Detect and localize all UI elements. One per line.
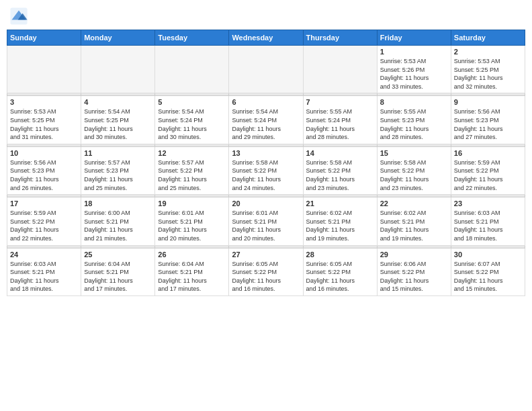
day-info: Sunrise: 5:56 AM Sunset: 5:23 PM Dayligh… (10, 158, 78, 192)
calendar-cell: 23Sunrise: 6:03 AM Sunset: 5:21 PM Dayli… (451, 197, 525, 245)
day-number: 23 (454, 199, 522, 208)
day-number: 16 (454, 149, 522, 157)
day-number: 26 (158, 250, 226, 259)
calendar-cell (7, 46, 81, 93)
calendar-cell: 4Sunrise: 5:54 AM Sunset: 5:25 PM Daylig… (81, 96, 155, 144)
logo (9, 7, 31, 26)
calendar-cell: 6Sunrise: 5:54 AM Sunset: 5:24 PM Daylig… (229, 96, 303, 144)
day-info: Sunrise: 6:05 AM Sunset: 5:22 PM Dayligh… (232, 260, 300, 293)
calendar-cell: 18Sunrise: 6:00 AM Sunset: 5:21 PM Dayli… (81, 197, 155, 245)
day-info: Sunrise: 5:59 AM Sunset: 5:22 PM Dayligh… (10, 209, 78, 242)
day-info: Sunrise: 5:54 AM Sunset: 5:24 PM Dayligh… (158, 107, 226, 141)
calendar-cell: 3Sunrise: 5:53 AM Sunset: 5:25 PM Daylig… (7, 96, 81, 144)
day-number: 2 (454, 48, 522, 56)
weekday-header: Friday (377, 30, 451, 46)
weekday-header: Tuesday (155, 30, 229, 46)
day-info: Sunrise: 5:53 AM Sunset: 5:25 PM Dayligh… (454, 57, 522, 91)
logo-icon (9, 7, 28, 26)
page-header (7, 7, 525, 26)
day-info: Sunrise: 5:53 AM Sunset: 5:25 PM Dayligh… (10, 107, 78, 141)
day-number: 21 (306, 199, 374, 208)
calendar-cell: 2Sunrise: 5:53 AM Sunset: 5:25 PM Daylig… (451, 46, 525, 93)
calendar-cell: 9Sunrise: 5:56 AM Sunset: 5:23 PM Daylig… (451, 96, 525, 144)
day-number: 24 (10, 250, 78, 259)
calendar-cell: 13Sunrise: 5:58 AM Sunset: 5:22 PM Dayli… (229, 146, 303, 194)
day-number: 12 (158, 149, 226, 157)
day-number: 17 (10, 199, 78, 208)
day-number: 22 (380, 199, 448, 208)
calendar-cell: 8Sunrise: 5:55 AM Sunset: 5:23 PM Daylig… (377, 96, 451, 144)
calendar-week-row: 17Sunrise: 5:59 AM Sunset: 5:22 PM Dayli… (7, 197, 525, 245)
header-row: SundayMondayTuesdayWednesdayThursdayFrid… (7, 30, 525, 46)
weekday-header: Wednesday (229, 30, 303, 46)
day-number: 18 (84, 199, 152, 208)
calendar-cell (303, 46, 377, 93)
day-info: Sunrise: 6:03 AM Sunset: 5:21 PM Dayligh… (454, 209, 522, 242)
calendar-cell: 22Sunrise: 6:02 AM Sunset: 5:21 PM Dayli… (377, 197, 451, 245)
day-number: 20 (232, 199, 300, 208)
calendar-week-row: 1Sunrise: 5:53 AM Sunset: 5:26 PM Daylig… (7, 46, 525, 93)
calendar-cell: 30Sunrise: 6:07 AM Sunset: 5:22 PM Dayli… (451, 248, 525, 295)
calendar: SundayMondayTuesdayWednesdayThursdayFrid… (7, 30, 525, 296)
day-info: Sunrise: 6:01 AM Sunset: 5:21 PM Dayligh… (232, 209, 300, 242)
day-info: Sunrise: 6:02 AM Sunset: 5:21 PM Dayligh… (380, 209, 448, 242)
day-number: 3 (10, 98, 78, 106)
day-info: Sunrise: 5:54 AM Sunset: 5:25 PM Dayligh… (84, 107, 152, 141)
day-info: Sunrise: 6:00 AM Sunset: 5:21 PM Dayligh… (84, 209, 152, 242)
day-info: Sunrise: 6:07 AM Sunset: 5:22 PM Dayligh… (454, 260, 522, 293)
calendar-cell (81, 46, 155, 93)
day-info: Sunrise: 6:05 AM Sunset: 5:22 PM Dayligh… (306, 260, 374, 293)
calendar-cell (155, 46, 229, 93)
day-info: Sunrise: 5:54 AM Sunset: 5:24 PM Dayligh… (232, 107, 300, 141)
weekday-header: Thursday (303, 30, 377, 46)
calendar-cell: 19Sunrise: 6:01 AM Sunset: 5:21 PM Dayli… (155, 197, 229, 245)
calendar-cell: 12Sunrise: 5:57 AM Sunset: 5:22 PM Dayli… (155, 146, 229, 194)
day-number: 15 (380, 149, 448, 157)
day-info: Sunrise: 6:02 AM Sunset: 5:21 PM Dayligh… (306, 209, 374, 242)
day-info: Sunrise: 6:03 AM Sunset: 5:21 PM Dayligh… (10, 260, 78, 293)
weekday-header: Saturday (451, 30, 525, 46)
day-number: 9 (454, 98, 522, 106)
day-info: Sunrise: 5:58 AM Sunset: 5:22 PM Dayligh… (306, 158, 374, 192)
calendar-week-row: 24Sunrise: 6:03 AM Sunset: 5:21 PM Dayli… (7, 248, 525, 295)
day-info: Sunrise: 6:01 AM Sunset: 5:21 PM Dayligh… (158, 209, 226, 242)
calendar-cell: 28Sunrise: 6:05 AM Sunset: 5:22 PM Dayli… (303, 248, 377, 295)
calendar-cell: 7Sunrise: 5:55 AM Sunset: 5:24 PM Daylig… (303, 96, 377, 144)
calendar-cell: 17Sunrise: 5:59 AM Sunset: 5:22 PM Dayli… (7, 197, 81, 245)
calendar-cell: 5Sunrise: 5:54 AM Sunset: 5:24 PM Daylig… (155, 96, 229, 144)
day-info: Sunrise: 5:57 AM Sunset: 5:23 PM Dayligh… (84, 158, 152, 192)
day-info: Sunrise: 5:55 AM Sunset: 5:23 PM Dayligh… (380, 107, 448, 141)
day-number: 11 (84, 149, 152, 157)
day-number: 19 (158, 199, 226, 208)
day-number: 30 (454, 250, 522, 259)
day-info: Sunrise: 5:55 AM Sunset: 5:24 PM Dayligh… (306, 107, 374, 141)
day-number: 8 (380, 98, 448, 106)
calendar-cell: 1Sunrise: 5:53 AM Sunset: 5:26 PM Daylig… (377, 46, 451, 93)
day-info: Sunrise: 6:04 AM Sunset: 5:21 PM Dayligh… (84, 260, 152, 293)
day-info: Sunrise: 5:57 AM Sunset: 5:22 PM Dayligh… (158, 158, 226, 192)
day-number: 14 (306, 149, 374, 157)
day-info: Sunrise: 5:59 AM Sunset: 5:22 PM Dayligh… (454, 158, 522, 192)
day-number: 6 (232, 98, 300, 106)
calendar-cell: 25Sunrise: 6:04 AM Sunset: 5:21 PM Dayli… (81, 248, 155, 295)
calendar-cell: 10Sunrise: 5:56 AM Sunset: 5:23 PM Dayli… (7, 146, 81, 194)
day-info: Sunrise: 6:06 AM Sunset: 5:22 PM Dayligh… (380, 260, 448, 293)
day-info: Sunrise: 6:04 AM Sunset: 5:21 PM Dayligh… (158, 260, 226, 293)
day-number: 13 (232, 149, 300, 157)
calendar-cell: 14Sunrise: 5:58 AM Sunset: 5:22 PM Dayli… (303, 146, 377, 194)
day-number: 1 (380, 48, 448, 56)
day-info: Sunrise: 5:53 AM Sunset: 5:26 PM Dayligh… (380, 57, 448, 91)
day-info: Sunrise: 5:58 AM Sunset: 5:22 PM Dayligh… (380, 158, 448, 192)
calendar-cell: 21Sunrise: 6:02 AM Sunset: 5:21 PM Dayli… (303, 197, 377, 245)
day-info: Sunrise: 5:58 AM Sunset: 5:22 PM Dayligh… (232, 158, 300, 192)
day-number: 28 (306, 250, 374, 259)
calendar-cell: 15Sunrise: 5:58 AM Sunset: 5:22 PM Dayli… (377, 146, 451, 194)
day-number: 27 (232, 250, 300, 259)
calendar-week-row: 10Sunrise: 5:56 AM Sunset: 5:23 PM Dayli… (7, 146, 525, 194)
calendar-cell: 20Sunrise: 6:01 AM Sunset: 5:21 PM Dayli… (229, 197, 303, 245)
day-number: 25 (84, 250, 152, 259)
calendar-cell: 11Sunrise: 5:57 AM Sunset: 5:23 PM Dayli… (81, 146, 155, 194)
day-number: 7 (306, 98, 374, 106)
calendar-cell: 27Sunrise: 6:05 AM Sunset: 5:22 PM Dayli… (229, 248, 303, 295)
calendar-cell: 26Sunrise: 6:04 AM Sunset: 5:21 PM Dayli… (155, 248, 229, 295)
